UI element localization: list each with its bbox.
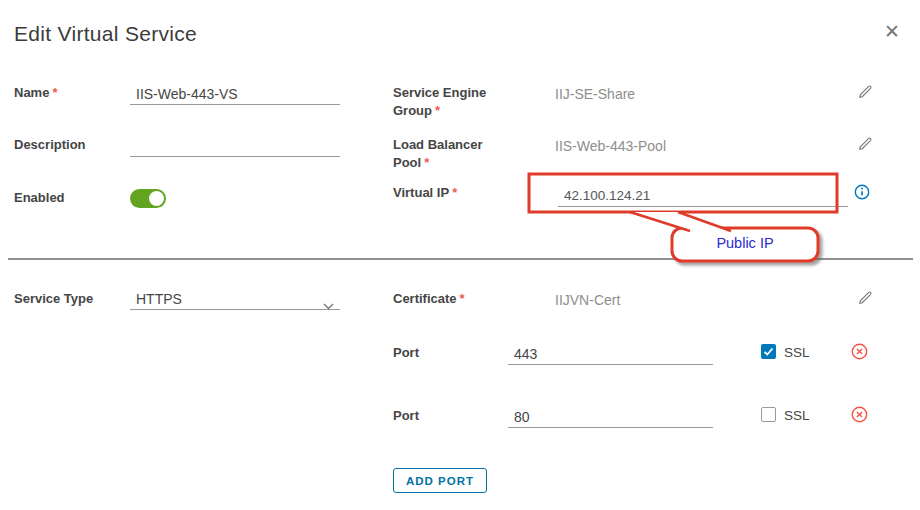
- ssl-checkbox[interactable]: [761, 407, 776, 422]
- certificate-value: IIJVN-Cert: [555, 291, 620, 309]
- port-input[interactable]: 443: [508, 344, 713, 365]
- virtual-ip-input[interactable]: 42.100.124.21: [558, 186, 848, 207]
- port-input[interactable]: 80: [508, 407, 713, 428]
- cert-label-text: Certificate: [393, 291, 457, 306]
- enabled-toggle[interactable]: [130, 189, 166, 208]
- port-label: Port: [393, 344, 419, 362]
- delete-port-icon[interactable]: [851, 406, 868, 427]
- load-balancer-pool-label: Load Balancer Pool*: [393, 136, 511, 172]
- name-label: Name*: [14, 84, 124, 102]
- service-type-label: Service Type: [14, 290, 124, 308]
- vip-label-text: Virtual IP: [393, 185, 449, 200]
- annotation-overlay: [0, 0, 920, 510]
- close-icon[interactable]: ✕: [884, 22, 900, 42]
- ssl-checkbox[interactable]: [761, 344, 776, 359]
- description-input[interactable]: [130, 136, 340, 157]
- service-engine-group-value: IIJ-SE-Share: [555, 85, 635, 103]
- public-ip-callout-text: Public IP: [672, 235, 818, 251]
- edit-pencil-icon[interactable]: [858, 84, 873, 103]
- required-asterisk: *: [435, 103, 440, 118]
- required-asterisk: *: [452, 185, 457, 200]
- port-label: Port: [393, 407, 419, 425]
- service-engine-group-label: Service Engine Group*: [393, 84, 511, 120]
- name-label-text: Name: [14, 85, 49, 100]
- required-asterisk: *: [424, 155, 429, 170]
- ssl-label: SSL: [784, 408, 810, 423]
- callout-tail: [630, 212, 729, 230]
- add-port-button[interactable]: ADD PORT: [393, 468, 487, 493]
- ssl-label: SSL: [784, 345, 810, 360]
- load-balancer-pool-value: IIS-Web-443-Pool: [555, 137, 666, 155]
- info-icon[interactable]: [854, 184, 870, 204]
- virtual-ip-label: Virtual IP*: [393, 184, 511, 202]
- required-asterisk: *: [52, 85, 57, 100]
- required-asterisk: *: [460, 291, 465, 306]
- section-divider: [8, 258, 913, 260]
- delete-port-icon[interactable]: [851, 343, 868, 364]
- chevron-down-icon: [323, 296, 334, 314]
- service-type-select[interactable]: HTTPS: [130, 289, 340, 310]
- edit-pencil-icon[interactable]: [858, 136, 873, 155]
- lbp-label-text: Load Balancer Pool: [393, 137, 483, 170]
- edit-pencil-icon[interactable]: [858, 290, 873, 309]
- enabled-label: Enabled: [14, 189, 124, 207]
- dialog-title: Edit Virtual Service: [14, 22, 197, 46]
- service-type-value: HTTPS: [130, 289, 340, 310]
- description-label: Description: [14, 136, 124, 154]
- certificate-label: Certificate*: [393, 290, 511, 308]
- toggle-knob: [149, 191, 164, 206]
- name-input[interactable]: IIS-Web-443-VS: [130, 84, 340, 105]
